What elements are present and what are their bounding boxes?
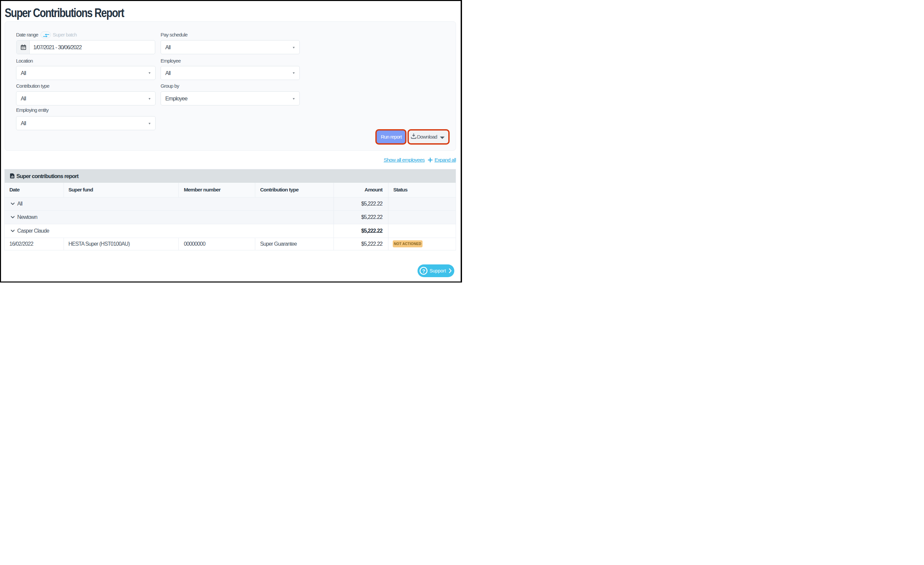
svg-text:?: ? [422,268,425,274]
